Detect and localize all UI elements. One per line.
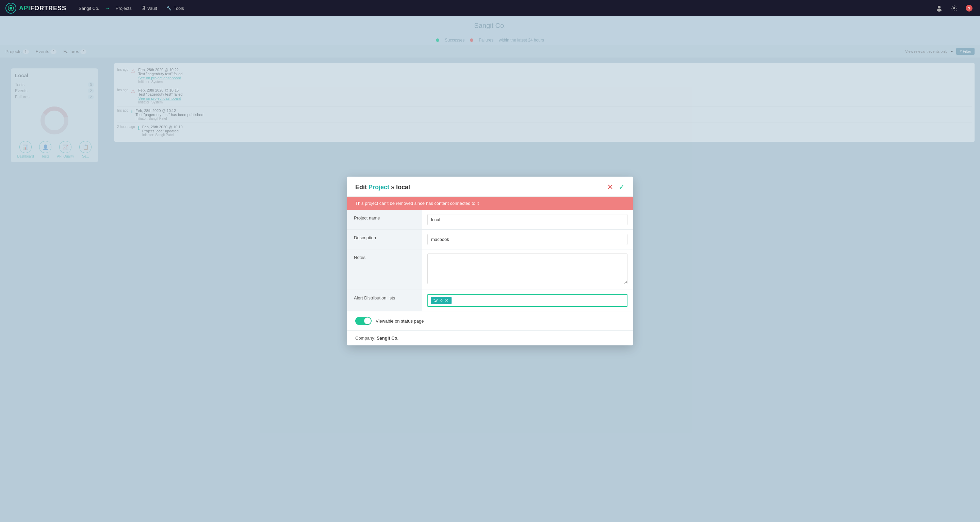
- modal-header-actions: ✕ ✓: [607, 183, 625, 192]
- logo: APIFORTRESS: [5, 3, 66, 14]
- notes-field: [422, 250, 633, 290]
- nav-tools[interactable]: 🔧 Tools: [162, 4, 188, 13]
- help-icon[interactable]: ?: [964, 3, 975, 14]
- notes-input[interactable]: [427, 253, 627, 284]
- description-field: [422, 230, 633, 249]
- modal-header: Edit Project » local ✕ ✓: [347, 177, 633, 197]
- nav-projects[interactable]: Projects: [111, 4, 136, 13]
- edit-project-modal: Edit Project » local ✕ ✓ This project ca…: [347, 177, 633, 345]
- project-name-row: Project name: [347, 210, 633, 230]
- nav-vault[interactable]: 🗄 Vault: [137, 4, 161, 13]
- nav-links: Sangit Co. → Projects 🗄 Vault 🔧 Tools: [75, 4, 934, 13]
- error-banner: This project can't be removed since has …: [347, 197, 633, 210]
- toggle-knob: [364, 317, 371, 324]
- svg-point-3: [937, 9, 942, 11]
- viewable-toggle[interactable]: [355, 317, 372, 325]
- svg-point-4: [953, 7, 955, 9]
- modal-title: Edit Project » local: [355, 184, 410, 191]
- svg-point-2: [938, 6, 940, 8]
- alert-distribution-label: Alert Distribution lists: [347, 290, 422, 311]
- notes-row: Notes: [347, 250, 633, 290]
- modal-form: Project name Description Notes: [347, 210, 633, 345]
- description-label: Description: [347, 230, 422, 249]
- nav-arrow-icon: →: [105, 5, 110, 11]
- tag-input-wrapper[interactable]: twilio ✕: [427, 294, 627, 307]
- twilio-tag: twilio ✕: [431, 297, 452, 304]
- alert-distribution-row: Alert Distribution lists twilio ✕: [347, 290, 633, 311]
- company-name: Sangit Co.: [377, 336, 398, 341]
- settings-icon[interactable]: [949, 3, 959, 14]
- project-name-field: [422, 210, 633, 229]
- description-row: Description: [347, 230, 633, 250]
- modal-confirm-button[interactable]: ✓: [619, 183, 625, 192]
- vault-icon: 🗄: [141, 6, 145, 11]
- brand-name: APIFORTRESS: [19, 5, 66, 12]
- notes-label: Notes: [347, 250, 422, 290]
- user-icon[interactable]: [934, 3, 945, 14]
- logo-icon: [5, 3, 16, 14]
- tag-remove-button[interactable]: ✕: [445, 298, 449, 303]
- project-name-label: Project name: [347, 210, 422, 229]
- svg-text:?: ?: [968, 6, 970, 11]
- project-name-input[interactable]: [427, 214, 627, 225]
- navbar: APIFORTRESS Sangit Co. → Projects 🗄 Vaul…: [0, 0, 980, 16]
- svg-point-1: [10, 7, 12, 10]
- modal-overlay: Edit Project » local ✕ ✓ This project ca…: [0, 0, 980, 522]
- tools-icon: 🔧: [166, 6, 172, 11]
- navbar-actions: ?: [934, 3, 975, 14]
- viewable-label: Viewable on status page: [375, 318, 424, 324]
- viewable-row: Viewable on status page: [347, 311, 633, 331]
- company-row: Company: Sangit Co.: [347, 331, 633, 345]
- description-input[interactable]: [427, 234, 627, 245]
- modal-close-button[interactable]: ✕: [607, 183, 613, 192]
- nav-company[interactable]: Sangit Co.: [75, 4, 103, 13]
- alert-distribution-field: twilio ✕: [422, 290, 633, 311]
